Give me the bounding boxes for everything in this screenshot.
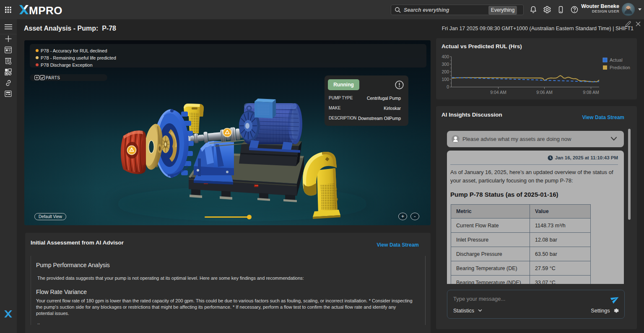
svg-text:300: 300 [441, 62, 449, 67]
svg-text:Actual: Actual [610, 57, 623, 62]
svg-text:9:06 AM: 9:06 AM [536, 90, 553, 95]
svg-text:9:04 AM: 9:04 AM [490, 90, 506, 95]
svg-text:400: 400 [441, 54, 449, 59]
svg-text:Prediction: Prediction [610, 65, 630, 70]
svg-text:9:08 AM: 9:08 AM [583, 90, 599, 95]
svg-text:100: 100 [441, 77, 449, 82]
svg-text:0: 0 [447, 84, 449, 89]
svg-text:200: 200 [441, 69, 449, 74]
